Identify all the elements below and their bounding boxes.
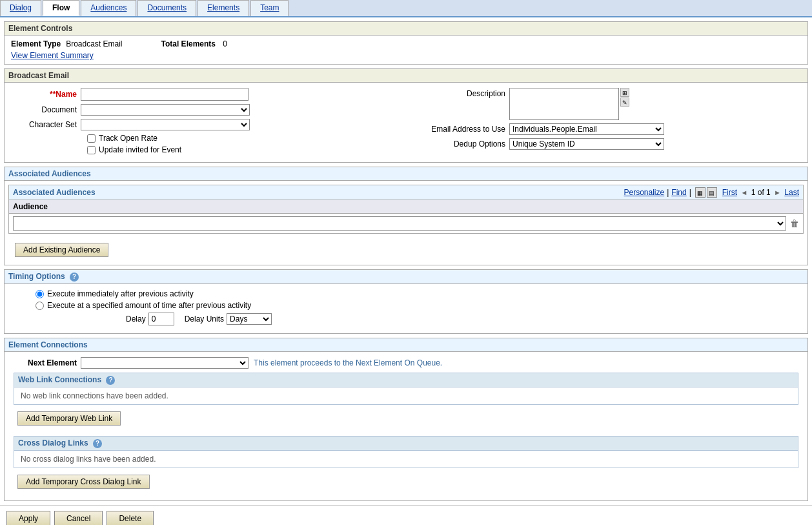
element-connections-section: Element Connections Next Element This el…: [4, 338, 808, 501]
audience-dropdown[interactable]: [13, 216, 786, 231]
tab-flow[interactable]: Flow: [43, 0, 79, 16]
audience-toolbar: Associated Audiences Personalize | Find …: [9, 185, 803, 200]
tab-team[interactable]: Team: [250, 0, 289, 16]
delay-units-label: Delay Units: [185, 314, 224, 324]
associated-audiences-inner: Associated Audiences Personalize | Find …: [8, 185, 804, 234]
expand-icon[interactable]: ⊞: [620, 88, 629, 97]
cross-dialog-links-header: Cross Dialog Links ?: [14, 437, 798, 451]
timing-options-header: Timing Options ?: [5, 270, 807, 284]
add-cross-dialog-button[interactable]: Add Temporary Cross Dialog Link: [17, 475, 150, 489]
cross-dialog-links-body: No cross dialog links have been added.: [14, 451, 798, 468]
tab-audiences[interactable]: Audiences: [81, 0, 136, 16]
cancel-button[interactable]: Cancel: [54, 511, 103, 525]
email-address-select[interactable]: Individuals.People.Email: [509, 123, 664, 135]
personalize-link[interactable]: Personalize: [624, 188, 664, 197]
next-icon[interactable]: ►: [774, 189, 781, 196]
find-link[interactable]: Find: [671, 188, 686, 197]
track-open-rate-label: Track Open Rate: [99, 134, 157, 143]
add-audience-container: Add Existing Audience: [5, 238, 807, 265]
delay-input[interactable]: [148, 313, 174, 325]
add-cross-dialog-container: Add Temporary Cross Dialog Link: [10, 472, 802, 495]
document-select[interactable]: [81, 104, 250, 116]
character-set-label: Character Set: [10, 120, 81, 129]
execute-specified-radio[interactable]: [36, 302, 44, 310]
last-label[interactable]: Last: [784, 188, 799, 197]
dedup-options-label: Dedup Options: [412, 138, 509, 149]
execute-immediately-radio[interactable]: [36, 290, 44, 298]
name-label: **Name: [10, 90, 81, 99]
add-web-link-container: Add Temporary Web Link: [10, 409, 802, 432]
tab-documents[interactable]: Documents: [137, 0, 196, 16]
first-label[interactable]: First: [722, 188, 737, 197]
element-connections-header: Element Connections: [5, 338, 807, 352]
web-link-connections-header: Web Link Connections ?: [14, 373, 798, 387]
cross-dialog-links-subsection: Cross Dialog Links ? No cross dialog lin…: [14, 436, 798, 468]
element-controls-section: Element Controls Element Type Broadcast …: [4, 21, 808, 65]
audience-row: 🗑: [9, 214, 803, 233]
tab-dialog[interactable]: Dialog: [0, 0, 41, 16]
dedup-options-select[interactable]: Unique System ID: [509, 138, 664, 150]
description-textarea[interactable]: [509, 88, 619, 120]
element-type-label: Element Type: [11, 39, 61, 48]
element-controls-header: Element Controls: [5, 22, 807, 36]
grid-view-icon[interactable]: ▦: [695, 187, 705, 198]
web-link-connections-subsection: Web Link Connections ? No web link conne…: [14, 373, 798, 405]
next-element-select[interactable]: [81, 357, 249, 369]
execute-specified-label: Execute at a specified amount of time af…: [47, 301, 251, 310]
delay-label: Delay: [126, 314, 146, 324]
connection-note: This element proceeds to the Next Elemen…: [254, 358, 442, 367]
audience-col-header: Audience: [9, 200, 803, 214]
add-existing-audience-button[interactable]: Add Existing Audience: [15, 243, 108, 257]
update-invited-checkbox[interactable]: [87, 146, 96, 154]
element-controls-body: Element Type Broadcast Email Total Eleme…: [5, 36, 807, 64]
web-link-connections-body: No web link connections have been added.: [14, 387, 798, 404]
delete-button[interactable]: Delete: [107, 511, 154, 525]
name-input[interactable]: [81, 88, 249, 101]
associated-audiences-subheader: Associated Audiences: [13, 188, 96, 197]
delay-units-select[interactable]: Days Hours Minutes: [227, 313, 272, 325]
associated-audiences-header: Associated Audiences: [5, 167, 807, 181]
separator: |: [667, 188, 669, 197]
document-label: Document: [10, 105, 81, 114]
timing-options-body: Execute immediately after previous activ…: [5, 284, 807, 333]
description-label: Description: [412, 88, 509, 98]
delete-audience-button[interactable]: 🗑: [790, 218, 799, 229]
broadcast-email-section: Broadcast Email **Name Document Characte…: [4, 68, 808, 163]
pagination: First ◄ 1 of 1 ► Last: [722, 188, 799, 197]
element-connections-body: Next Element This element proceeds to th…: [5, 352, 807, 500]
pagination-current: 1: [751, 188, 756, 197]
separator2: |: [689, 188, 691, 197]
email-address-label: Email Address to Use: [412, 123, 509, 134]
web-link-title: Web Link Connections: [18, 375, 101, 384]
timing-help-icon[interactable]: ?: [70, 273, 79, 282]
element-type-value: Broadcast Email: [66, 39, 122, 48]
cross-dialog-title: Cross Dialog Links: [18, 438, 88, 448]
cross-dialog-help-icon[interactable]: ?: [93, 439, 102, 448]
associated-audiences-section: Associated Audiences Associated Audience…: [4, 167, 808, 265]
track-open-rate-checkbox[interactable]: [87, 134, 96, 143]
timing-options-title: Timing Options: [8, 272, 65, 281]
apply-button[interactable]: Apply: [6, 511, 50, 525]
list-view-icon[interactable]: ▤: [707, 187, 717, 198]
total-elements-label: Total Elements: [161, 39, 216, 48]
of-label: of 1: [758, 188, 771, 197]
update-invited-label: Update invited for Event: [99, 145, 181, 154]
total-elements-value: 0: [223, 39, 227, 48]
character-set-select[interactable]: [81, 119, 250, 130]
no-web-links-message: No web link connections have been added.: [21, 391, 168, 400]
edit-icon[interactable]: ✎: [620, 98, 629, 107]
add-web-link-button[interactable]: Add Temporary Web Link: [17, 411, 121, 426]
tab-bar: Dialog Flow Audiences Documents Elements…: [0, 0, 812, 17]
broadcast-email-body: **Name Document Character Set Track Open…: [5, 83, 807, 162]
next-element-label: Next Element: [10, 358, 81, 367]
execute-immediately-label: Execute immediately after previous activ…: [47, 289, 194, 298]
timing-options-section: Timing Options ? Execute immediately aft…: [4, 269, 808, 334]
tab-elements[interactable]: Elements: [198, 0, 249, 16]
prev-icon[interactable]: ◄: [740, 189, 747, 196]
bottom-buttons-bar: Apply Cancel Delete: [0, 505, 812, 525]
broadcast-email-header: Broadcast Email: [5, 69, 807, 83]
web-link-help-icon[interactable]: ?: [106, 376, 115, 385]
no-cross-dialog-message: No cross dialog links have been added.: [21, 455, 156, 464]
view-element-summary-link[interactable]: View Element Summary: [11, 51, 94, 60]
